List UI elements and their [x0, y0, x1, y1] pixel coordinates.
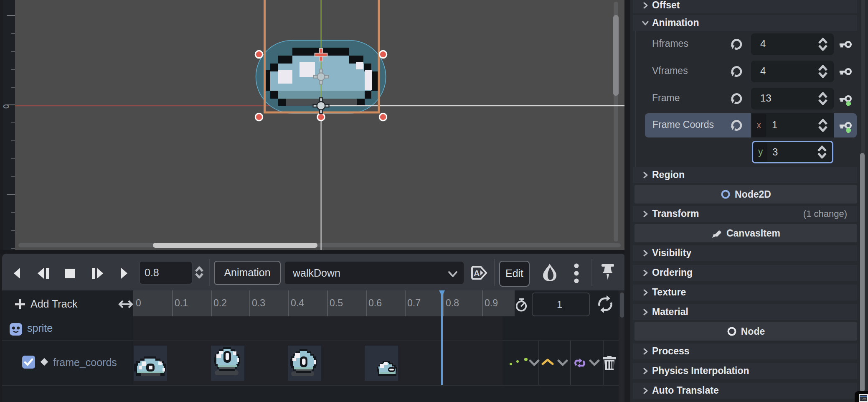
svg-text:A: A: [474, 269, 480, 278]
